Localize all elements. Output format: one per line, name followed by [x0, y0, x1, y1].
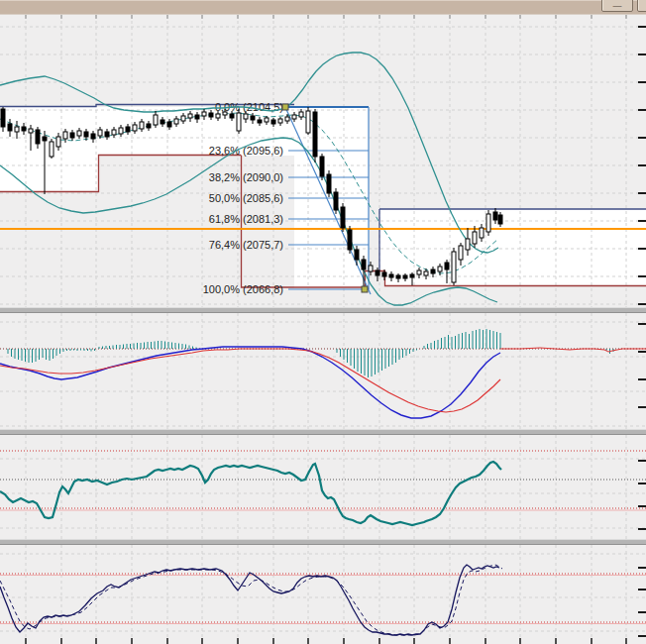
candle-body: [209, 113, 213, 117]
candle-body: [22, 127, 26, 131]
fib-level-label: 38,2% (2090,0): [209, 171, 283, 183]
candle-body: [188, 114, 192, 118]
candle-body: [459, 246, 463, 260]
main-price-chart[interactable]: 0,0% (2104,5)23,6% (2095,6)38,2% (2090,0…: [0, 15, 646, 307]
macd-main-line: [0, 347, 500, 418]
candle-body: [369, 266, 373, 271]
candle-body: [244, 114, 248, 119]
candle-body: [498, 215, 502, 224]
fib-level-label: 50,0% (2085,6): [209, 192, 283, 204]
candle-body: [396, 275, 400, 278]
fib-level-label: 76,4% (2075,7): [209, 239, 283, 251]
candle-body: [105, 132, 109, 137]
candle-body: [223, 112, 227, 115]
candle-body: [431, 269, 435, 273]
navy-oscillator-panel[interactable]: [0, 545, 646, 644]
candle-body: [8, 124, 12, 131]
candle-body: [174, 119, 178, 124]
candle-body: [403, 275, 407, 278]
candle-body: [230, 114, 234, 118]
candle-body: [382, 272, 386, 276]
candle-body: [126, 127, 130, 132]
candle-body: [466, 239, 470, 250]
candle-body: [195, 115, 199, 119]
candle-body: [70, 133, 74, 138]
candle-body: [216, 114, 220, 118]
candle-body: [50, 142, 54, 157]
fib-anchor-handle[interactable]: [282, 104, 288, 110]
candle-body: [334, 192, 338, 210]
candle-body: [181, 116, 185, 121]
candle-body: [167, 122, 171, 127]
candle-body: [299, 112, 303, 117]
candle-body: [306, 111, 310, 133]
candle-body: [36, 130, 40, 144]
candle-body: [15, 127, 19, 132]
candle-body: [119, 128, 123, 134]
macd-indicator-panel[interactable]: [0, 313, 646, 429]
candle-body: [202, 112, 206, 116]
restore-window-button[interactable]: —: [601, 0, 633, 12]
close-window-button[interactable]: [637, 0, 646, 12]
macd-signal-tail: [500, 348, 646, 352]
candle-body: [251, 116, 255, 120]
candle-body: [486, 214, 490, 232]
candle-body: [452, 252, 456, 282]
candle-body: [493, 212, 497, 220]
fib-level-label: 61,8% (2081,3): [209, 213, 283, 225]
candle-body: [424, 271, 428, 275]
candle-body: [327, 174, 331, 193]
candle-body: [112, 130, 116, 135]
candle-body: [133, 125, 137, 131]
candle-body: [271, 120, 275, 124]
candle-body: [348, 230, 352, 250]
candle-body: [355, 250, 359, 260]
candle-body: [313, 112, 317, 157]
candle-body: [154, 115, 158, 125]
candle-body: [417, 270, 421, 274]
window-titlebar[interactable]: —: [0, 0, 646, 15]
candle-body: [292, 115, 296, 119]
candle-body: [258, 120, 262, 123]
candle-body: [63, 132, 67, 139]
candle-body: [98, 130, 102, 136]
candle-body: [278, 119, 282, 123]
candle-body: [389, 274, 393, 277]
candle-body: [29, 129, 33, 133]
candle-body: [84, 132, 88, 137]
candle-body: [237, 113, 241, 131]
teal-oscillator-panel[interactable]: [0, 435, 646, 539]
candle-body: [376, 270, 379, 275]
candle-body: [43, 137, 47, 141]
candle-body: [147, 124, 151, 128]
candle-body: [265, 118, 269, 122]
macd-signal-line: [0, 349, 500, 412]
candle-body: [1, 109, 5, 127]
candle-body: [410, 274, 414, 277]
fib-anchor-handle[interactable]: [362, 286, 368, 292]
candle-body: [362, 260, 366, 269]
candle-body: [77, 131, 81, 136]
candle-body: [140, 122, 144, 129]
candle-body: [473, 232, 477, 244]
candle-body: [91, 134, 95, 139]
trading-chart-window: — 0,0% (2104,5)23,6% (2095,6)38,2% (2090…: [0, 0, 646, 644]
candle-body: [445, 263, 449, 269]
candle-body: [480, 228, 484, 238]
candle-body: [161, 120, 164, 124]
fib-level-label: 100,0% (2066,8): [203, 283, 283, 295]
candle-body: [285, 117, 289, 121]
candle-body: [438, 267, 442, 271]
candle-body: [56, 137, 60, 147]
candle-body: [341, 207, 345, 228]
candle-body: [320, 157, 324, 176]
